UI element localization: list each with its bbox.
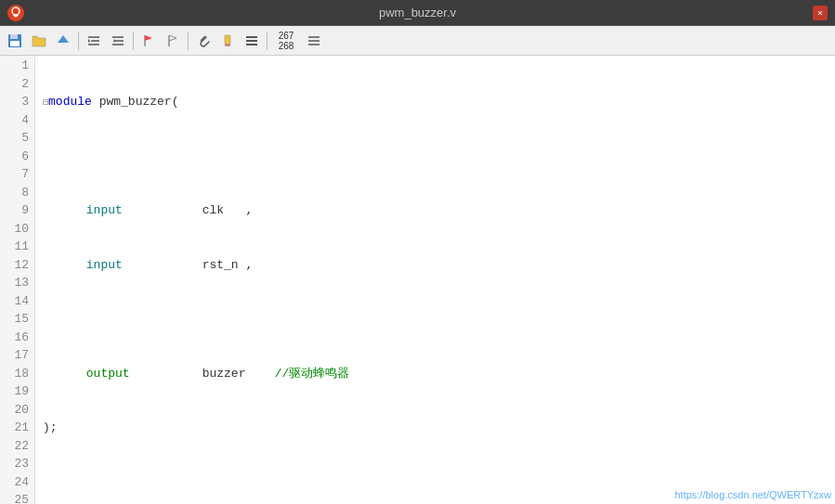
line-num-14: 14 xyxy=(6,292,29,311)
svg-rect-19 xyxy=(246,40,257,42)
code-line-1: ⊟module pwm_buzzer( xyxy=(43,93,835,111)
line-num-7: 7 xyxy=(6,165,29,184)
code-line-3: input clk , xyxy=(43,201,835,220)
menu-button[interactable] xyxy=(241,30,263,52)
up-button[interactable] xyxy=(52,30,74,52)
separator1 xyxy=(78,32,79,50)
line-num-5: 5 xyxy=(6,129,29,148)
line-num-11: 11 xyxy=(6,238,29,256)
line-num-4: 4 xyxy=(6,111,29,130)
line-num-10: 10 xyxy=(6,220,29,239)
code-line-6: output buzzer //驱动蜂鸣器 xyxy=(43,365,835,383)
attach-button[interactable] xyxy=(192,30,215,52)
line-num-2: 2 xyxy=(6,75,29,94)
line-num-1: 1 xyxy=(6,57,29,75)
code-line-7: ); xyxy=(43,419,835,437)
line-num-12: 12 xyxy=(6,256,29,275)
line-num-16: 16 xyxy=(6,329,29,347)
watermark: https://blog.csdn.net/QWERTYzxw xyxy=(674,489,831,500)
line-num-3: 3 xyxy=(6,93,29,111)
line-numbers: 1 2 3 4 5 6 7 8 9 10 11 12 13 14 15 16 1… xyxy=(0,56,35,504)
save-button[interactable] xyxy=(4,30,26,52)
line-num-20: 20 xyxy=(6,401,29,420)
code-line-2 xyxy=(43,148,835,166)
close-button[interactable]: ✕ xyxy=(813,6,828,20)
indent-button[interactable] xyxy=(83,30,105,52)
svg-marker-4 xyxy=(58,35,69,43)
toolbar: 267268 xyxy=(0,26,835,56)
svg-marker-12 xyxy=(113,39,115,43)
line-num-15: 15 xyxy=(6,310,29,329)
svg-rect-17 xyxy=(225,44,230,46)
editor-area: 1 2 3 4 5 6 7 8 9 10 11 12 13 14 15 16 1… xyxy=(0,56,835,504)
svg-marker-8 xyxy=(88,39,90,43)
line-num-22: 22 xyxy=(6,437,29,456)
lines-button[interactable] xyxy=(303,30,325,52)
flag1-button[interactable] xyxy=(137,30,160,52)
flag2-button[interactable] xyxy=(162,30,184,52)
svg-rect-2 xyxy=(10,34,18,39)
code-line-4: input rst_n , xyxy=(43,256,835,275)
app-icon xyxy=(7,5,24,21)
window-title: pwm_buzzer.v xyxy=(379,6,456,19)
separator3 xyxy=(188,32,189,50)
line-count: 267268 xyxy=(271,30,301,52)
line-num-8: 8 xyxy=(6,184,29,202)
line-num-25: 25 xyxy=(6,491,29,504)
code-content[interactable]: ⊟module pwm_buzzer( input clk , input rs… xyxy=(35,56,835,504)
code-line-5 xyxy=(43,310,835,329)
svg-rect-18 xyxy=(246,36,257,38)
separator4 xyxy=(267,32,267,50)
open-button[interactable] xyxy=(28,30,50,52)
svg-rect-16 xyxy=(225,35,230,45)
separator2 xyxy=(133,32,134,50)
line-num-21: 21 xyxy=(6,419,29,437)
svg-point-0 xyxy=(12,7,20,15)
line-num-18: 18 xyxy=(6,365,29,383)
line-num-6: 6 xyxy=(6,148,29,166)
line-num-24: 24 xyxy=(6,473,29,492)
line-num-13: 13 xyxy=(6,274,29,292)
outdent-button[interactable] xyxy=(107,30,129,52)
line-num-9: 9 xyxy=(6,201,29,220)
line-num-23: 23 xyxy=(6,455,29,473)
marker-button[interactable] xyxy=(216,30,239,52)
svg-rect-3 xyxy=(10,41,20,46)
line-num-19: 19 xyxy=(6,382,29,401)
svg-rect-20 xyxy=(246,44,257,45)
title-bar: pwm_buzzer.v ✕ xyxy=(0,0,835,26)
line-num-17: 17 xyxy=(6,346,29,365)
